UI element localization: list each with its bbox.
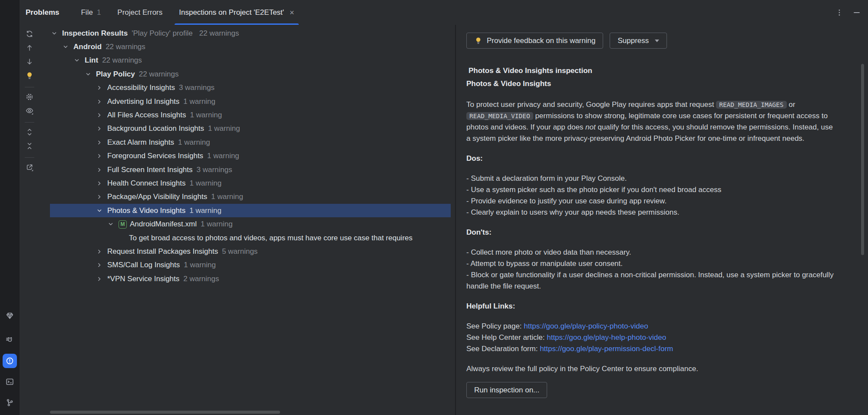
- copilot-cat-icon[interactable]: [3, 333, 17, 347]
- chevron-right-icon[interactable]: [95, 97, 104, 106]
- help-center-link[interactable]: https://goo.gle/play-help-photo-video: [547, 333, 666, 342]
- chevron-right-icon[interactable]: [95, 193, 104, 201]
- terminal-icon[interactable]: [3, 375, 17, 389]
- run-inspection-button[interactable]: Run inspection on...: [466, 382, 547, 398]
- chevron-down-icon[interactable]: [61, 43, 70, 51]
- chevron-down-icon[interactable]: [106, 220, 115, 229]
- links-list: See Policy page: https://goo.gle/play-po…: [466, 321, 838, 355]
- tool-window-header: Problems File 1 Project Errors Inspectio…: [20, 0, 868, 25]
- refresh-icon[interactable]: [23, 28, 36, 40]
- tree-row-inspection-results[interactable]: Inspection Results 'Play Policy' profile…: [50, 27, 451, 40]
- tab-project-errors[interactable]: Project Errors: [117, 0, 162, 25]
- policy-page-link[interactable]: https://goo.gle/play-policy-photo-video: [524, 322, 648, 330]
- toolbar-separator: [25, 87, 34, 87]
- chevron-right-icon[interactable]: [95, 275, 104, 283]
- inspection-toolbar: [20, 25, 39, 415]
- tree-row-warning-message[interactable]: To get broad access to photos and videos…: [50, 231, 451, 245]
- chevron-right-icon[interactable]: [95, 179, 104, 188]
- link-line: See Help Center article: https://goo.gle…: [466, 332, 838, 343]
- chevron-down-icon: [655, 40, 659, 42]
- lightbulb-icon[interactable]: [23, 70, 36, 82]
- donts-heading: Don'ts:: [466, 227, 838, 238]
- git-branch-icon[interactable]: [3, 395, 17, 410]
- collapse-all-icon[interactable]: [23, 140, 36, 152]
- tab-file-count: 1: [97, 8, 101, 17]
- toolbar-separator: [25, 157, 34, 158]
- tree-row-request-install-packages-insights[interactable]: Request Install Packages Insights 5 warn…: [50, 245, 451, 258]
- arrow-up-icon[interactable]: [23, 42, 36, 54]
- chevron-right-icon[interactable]: [95, 166, 104, 174]
- policy-reminder-text: Always review the full policy in the Pol…: [466, 363, 838, 375]
- tree-row-vpn-service-insights[interactable]: *VPN Service Insights 2 warnings: [50, 272, 451, 286]
- chevron-down-icon[interactable]: [50, 29, 59, 38]
- close-icon[interactable]: ×: [290, 9, 294, 17]
- tree-row-package-app-visibility-insights[interactable]: Package/App Visibility Insights 1 warnin…: [50, 190, 451, 204]
- chevron-right-icon[interactable]: [95, 83, 104, 92]
- tree-row-full-screen-intent-insights[interactable]: Full Screen Intent Insights 3 warnings: [50, 163, 451, 176]
- list-item: - Attempt to bypass or manipulate user c…: [466, 258, 838, 269]
- arrow-down-icon[interactable]: [23, 56, 36, 68]
- list-item: - Provide evidence to justify your use c…: [466, 196, 838, 207]
- problems-tool-window: Problems File 1 Project Errors Inspectio…: [20, 0, 868, 415]
- settings-gear-icon[interactable]: [23, 91, 36, 103]
- expand-all-icon[interactable]: [23, 126, 36, 138]
- tool-window-title: Problems: [26, 8, 59, 17]
- link-line: See Declaration form: https://goo.gle/pl…: [466, 343, 838, 355]
- tree-row-all-files-access-insights[interactable]: All Files Access Insights 1 warning: [50, 108, 451, 122]
- permission-code-chip: READ_MEDIA_VIDEO: [466, 112, 533, 120]
- declaration-form-link[interactable]: https://goo.gle/play-permission-decl-for…: [540, 345, 673, 353]
- tree-row-android-manifest[interactable]: M AndroidManifest.xml 1 warning: [50, 217, 451, 231]
- problems-icon[interactable]: [3, 354, 17, 368]
- tree-row-play-policy[interactable]: Play Policy 22 warnings: [50, 67, 451, 81]
- inspection-detail-panel: Provide feedback on this warning Suppres…: [456, 25, 868, 415]
- tree-row-sms-call-log-insights[interactable]: SMS/Call Log Insights 1 warning: [50, 259, 451, 272]
- link-line: See Policy page: https://goo.gle/play-po…: [466, 321, 838, 332]
- horizontal-scrollbar[interactable]: [50, 411, 280, 414]
- manifest-file-icon: M: [119, 220, 127, 229]
- inspection-subtitle: Photos & Video Insights: [466, 77, 838, 90]
- suppress-button[interactable]: Suppress: [610, 33, 667, 49]
- provide-feedback-button[interactable]: Provide feedback on this warning: [466, 33, 603, 49]
- diamond-icon[interactable]: [3, 309, 17, 323]
- tree-row-exact-alarm-insights[interactable]: Exact Alarm Insights 1 warning: [50, 136, 451, 149]
- chevron-right-icon[interactable]: [95, 261, 104, 269]
- chevron-right-icon[interactable]: [95, 138, 104, 147]
- list-item: - Collect more photo or video data than …: [466, 247, 838, 258]
- tree-row-lint[interactable]: Lint 22 warnings: [50, 54, 451, 67]
- toolbar-separator: [25, 122, 34, 123]
- preview-eye-icon[interactable]: [23, 105, 36, 117]
- chevron-right-icon[interactable]: [95, 124, 104, 133]
- minimize-icon[interactable]: [852, 8, 861, 17]
- inspection-title: Photos & Video Insights inspection: [466, 64, 838, 77]
- activity-rail: [0, 0, 20, 415]
- tree-row-advertising-id-insights[interactable]: Advertising Id Insights 1 warning: [50, 95, 451, 108]
- tree-row-photos-video-insights[interactable]: Photos & Video Insights 1 warning: [50, 204, 451, 217]
- list-item: - Submit a declaration form in your Play…: [466, 173, 838, 184]
- chevron-right-icon[interactable]: [95, 152, 104, 160]
- list-item: - Block or gate functionality if a user …: [466, 269, 838, 292]
- tab-file[interactable]: File 1: [81, 0, 101, 25]
- tree-row-accessibility-insights[interactable]: Accessibility Insights 3 warnings: [50, 81, 451, 95]
- helpful-links-heading: Helpful Links:: [466, 301, 838, 312]
- kebab-menu-icon[interactable]: [835, 8, 844, 17]
- lightbulb-icon: [474, 37, 482, 45]
- list-item: - Clearly explain to users why your app …: [466, 207, 838, 218]
- tree-row-health-connect-insights[interactable]: Health Connect Insights 1 warning: [50, 176, 451, 190]
- tab-inspections[interactable]: Inspections on Project 'E2ETest' ×: [179, 0, 294, 25]
- chevron-right-icon[interactable]: [95, 247, 104, 256]
- dos-list: - Submit a declaration form in your Play…: [466, 173, 838, 218]
- list-item: - Use a system picker such as the photo …: [466, 184, 838, 196]
- inspection-results-tree: Inspection Results 'Play Policy' profile…: [39, 25, 455, 415]
- tree-row-android[interactable]: Android 22 warnings: [50, 40, 451, 53]
- chevron-right-icon[interactable]: [95, 111, 104, 120]
- chevron-down-icon[interactable]: [95, 206, 104, 215]
- tree-row-foreground-services-insights[interactable]: Foreground Services Insights 1 warning: [50, 149, 451, 163]
- permission-code-chip: READ_MEDIA_IMAGES: [716, 101, 786, 109]
- vertical-scrollbar[interactable]: [861, 64, 864, 255]
- donts-list: - Collect more photo or video data than …: [466, 247, 838, 292]
- chevron-down-icon[interactable]: [73, 56, 81, 65]
- export-icon[interactable]: [23, 161, 36, 173]
- chevron-down-icon[interactable]: [84, 70, 92, 79]
- dos-heading: Dos:: [466, 153, 838, 164]
- tree-row-background-location-insights[interactable]: Background Location Insights 1 warning: [50, 122, 451, 136]
